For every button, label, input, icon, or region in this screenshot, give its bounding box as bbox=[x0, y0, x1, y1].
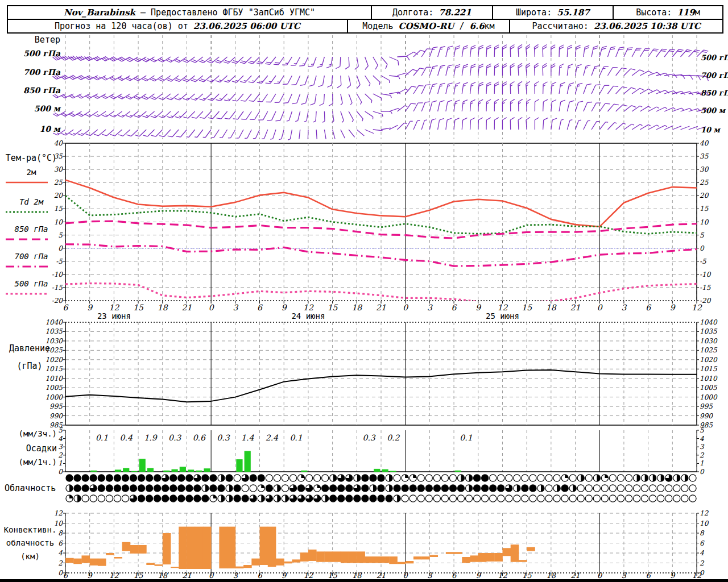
cloud-symbol bbox=[545, 495, 552, 502]
svg-text:2: 2 bbox=[700, 451, 705, 459]
svg-text:15: 15 bbox=[328, 303, 338, 312]
cloud-symbol bbox=[441, 495, 448, 502]
cloud-symbol bbox=[665, 495, 672, 502]
svg-text:1000: 1000 bbox=[45, 393, 63, 401]
convective-bar bbox=[381, 556, 390, 563]
svg-text:995: 995 bbox=[49, 402, 63, 410]
svg-text:10: 10 bbox=[700, 519, 709, 527]
svg-text:990: 990 bbox=[49, 412, 63, 420]
cloud-symbol bbox=[673, 485, 680, 492]
svg-text:0.3: 0.3 bbox=[217, 433, 230, 442]
convective-bar bbox=[90, 559, 98, 566]
svg-text:1.9: 1.9 bbox=[144, 433, 157, 442]
convective-bar bbox=[155, 564, 163, 566]
cloud-symbol bbox=[490, 495, 497, 502]
svg-text:1005: 1005 bbox=[700, 384, 718, 392]
cloud-symbol bbox=[642, 495, 648, 502]
convective-bar bbox=[73, 559, 82, 564]
svg-text:9: 9 bbox=[88, 571, 93, 580]
convective-bar bbox=[341, 551, 349, 563]
svg-text:2м: 2м bbox=[27, 168, 36, 177]
cloud-symbol bbox=[545, 475, 552, 481]
cloud-symbol bbox=[506, 475, 512, 481]
cloud-symbol bbox=[673, 495, 680, 502]
svg-text:9: 9 bbox=[670, 303, 676, 312]
convective-bar bbox=[478, 553, 487, 562]
cloud-symbol bbox=[289, 475, 296, 481]
convective-bar bbox=[470, 555, 479, 562]
svg-text:9: 9 bbox=[475, 303, 481, 312]
cloud-symbol bbox=[449, 475, 456, 481]
precip-bar bbox=[115, 469, 121, 472]
convective-bar bbox=[251, 559, 260, 566]
convective-bar bbox=[163, 533, 171, 564]
convective-bar bbox=[179, 527, 187, 569]
svg-text:1.4: 1.4 bbox=[241, 433, 254, 442]
wind-panel bbox=[53, 35, 710, 140]
svg-text:0: 0 bbox=[58, 244, 63, 252]
cloud-symbol bbox=[514, 495, 520, 502]
cloud-symbol bbox=[625, 495, 632, 502]
convective-bar bbox=[349, 551, 357, 563]
convective-bar bbox=[276, 559, 284, 566]
cloud-symbol bbox=[417, 495, 424, 502]
convective-bar bbox=[243, 565, 252, 568]
cloud-symbol bbox=[553, 495, 560, 502]
svg-text:12: 12 bbox=[498, 571, 507, 580]
svg-text:-5: -5 bbox=[56, 257, 63, 265]
conv-panel-title-1: Конвективн. bbox=[0, 526, 60, 534]
cloud-symbol bbox=[642, 485, 648, 492]
svg-text:1040: 1040 bbox=[45, 318, 63, 326]
cloud-symbol bbox=[665, 485, 672, 492]
svg-text:1: 1 bbox=[58, 459, 63, 467]
convective-bar bbox=[406, 561, 414, 563]
svg-text:0.6: 0.6 bbox=[193, 433, 206, 442]
svg-text:15: 15 bbox=[522, 303, 532, 312]
svg-text:0.3: 0.3 bbox=[168, 433, 181, 442]
cloud-symbol bbox=[506, 495, 512, 502]
cloud-panel bbox=[66, 475, 696, 502]
convective-bar bbox=[130, 545, 139, 554]
svg-text:1: 1 bbox=[700, 459, 704, 467]
convective-bar bbox=[138, 545, 147, 554]
svg-text:18: 18 bbox=[546, 303, 557, 312]
cloud-symbol bbox=[569, 495, 576, 502]
convective-bar bbox=[228, 527, 236, 569]
cloud-symbol bbox=[266, 475, 272, 481]
pressure-panel: 9859859909909959951000100010051005101010… bbox=[45, 318, 717, 429]
cloud-symbol bbox=[282, 475, 288, 481]
svg-text:35: 35 bbox=[700, 152, 709, 160]
convective-bar bbox=[235, 567, 244, 569]
svg-text:-5: -5 bbox=[700, 257, 707, 265]
wind-level-500m: 500 м bbox=[0, 105, 60, 113]
svg-text:10: 10 bbox=[54, 218, 64, 226]
wind-level-500m-right: 500 м bbox=[701, 107, 725, 115]
wind-level-10m-right: 10 м bbox=[701, 126, 720, 134]
svg-text:21: 21 bbox=[182, 571, 192, 580]
temp-panel-title: Тем-ра(°C) bbox=[0, 153, 63, 163]
svg-text:2: 2 bbox=[58, 451, 63, 459]
svg-text:6: 6 bbox=[452, 303, 457, 312]
cloud-symbol bbox=[609, 495, 616, 502]
convective-panel: 0022446688101012126912151821036912151821… bbox=[54, 509, 709, 580]
cloud-symbol bbox=[689, 485, 696, 492]
cloud-symbol bbox=[650, 495, 656, 502]
wind-level-10m: 10 м bbox=[0, 125, 60, 134]
cloud-symbol bbox=[585, 485, 592, 492]
convective-bar bbox=[462, 557, 470, 563]
temp-legend-item-4: 500 гПа bbox=[6, 279, 48, 294]
svg-text:25 июня: 25 июня bbox=[486, 311, 519, 321]
svg-text:21: 21 bbox=[376, 303, 386, 312]
wind-level-700hpa-right: 700 гПа bbox=[701, 72, 728, 80]
convective-bar bbox=[373, 556, 382, 563]
cloud-symbol bbox=[90, 495, 97, 502]
convective-bar bbox=[454, 552, 462, 554]
svg-text:0: 0 bbox=[597, 571, 603, 580]
svg-text:21: 21 bbox=[570, 571, 580, 580]
convective-bar bbox=[397, 562, 406, 564]
cloud-symbol bbox=[585, 495, 592, 502]
wind-level-850hpa: 850 гПа bbox=[0, 86, 60, 95]
svg-text:0.1: 0.1 bbox=[460, 433, 472, 442]
svg-text:18: 18 bbox=[547, 571, 557, 580]
cloud-symbol bbox=[449, 495, 456, 502]
